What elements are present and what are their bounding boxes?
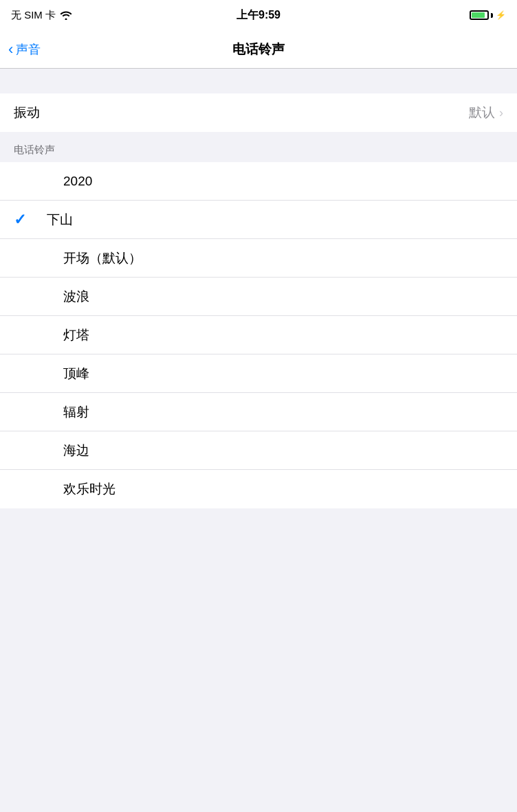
ringtone-label-xiasha: 下山: [47, 211, 503, 229]
carrier-info: 无 SIM 卡: [11, 9, 72, 22]
ringtone-row-dingfeng[interactable]: ✓ 顶峰: [0, 354, 517, 393]
vibration-value: 默认: [469, 104, 495, 122]
battery-bolt-icon: ⚡: [496, 10, 506, 20]
status-bar: 无 SIM 卡 上午9:59 ⚡: [0, 0, 517, 30]
status-right: ⚡: [470, 10, 506, 20]
ringtone-label-bolang: 波浪: [63, 288, 503, 306]
chevron-right-icon: ›: [499, 106, 503, 120]
ringtone-row-dengta[interactable]: ✓ 灯塔: [0, 316, 517, 354]
carrier-text: 无 SIM 卡: [11, 9, 56, 22]
vibration-label: 振动: [14, 104, 469, 122]
vibration-row[interactable]: 振动 默认 ›: [0, 93, 517, 132]
ringtone-row-haibian[interactable]: ✓ 海边: [0, 431, 517, 470]
battery: ⚡: [470, 10, 506, 20]
ringtones-section-header: 电话铃声: [0, 132, 517, 162]
ringtone-label-2020: 2020: [63, 174, 503, 189]
back-button[interactable]: ‹ 声音: [8, 41, 41, 58]
checkmark-icon-xiasha: ✓: [14, 211, 38, 229]
battery-body: [470, 10, 489, 20]
ringtone-row-fushe[interactable]: ✓ 辐射: [0, 393, 517, 431]
ringtone-row-kaichang[interactable]: ✓ 开场（默认）: [0, 239, 517, 278]
battery-tip: [491, 13, 493, 18]
nav-bar: ‹ 声音 电话铃声: [0, 30, 517, 69]
chevron-left-icon: ‹: [8, 41, 13, 58]
back-label: 声音: [16, 41, 41, 58]
ringtone-label-haibian: 海边: [63, 442, 503, 460]
battery-fill: [472, 12, 485, 18]
wifi-icon: [60, 10, 72, 20]
ringtone-label-huanle: 欢乐时光: [63, 480, 503, 498]
ringtones-header-text: 电话铃声: [14, 144, 55, 157]
ringtone-row-2020[interactable]: ✓ 2020: [0, 162, 517, 201]
vibration-section: 振动 默认 ›: [0, 93, 517, 132]
ringtone-row-huanle[interactable]: ✓ 欢乐时光: [0, 470, 517, 508]
ringtones-list: ✓ 2020 ✓ 下山 ✓ 开场（默认） ✓ 波浪 ✓ 灯塔 ✓ 顶峰 ✓ 辐射…: [0, 162, 517, 508]
ringtone-label-fushe: 辐射: [63, 403, 503, 421]
status-time: 上午9:59: [236, 8, 280, 23]
top-gap: [0, 69, 517, 93]
page-title: 电话铃声: [232, 41, 285, 58]
ringtone-label-kaichang: 开场（默认）: [63, 249, 503, 267]
ringtone-row-xiasha[interactable]: ✓ 下山: [0, 201, 517, 239]
ringtone-label-dengta: 灯塔: [63, 326, 503, 344]
ringtone-label-dingfeng: 顶峰: [63, 365, 503, 383]
ringtone-row-bolang[interactable]: ✓ 波浪: [0, 278, 517, 316]
